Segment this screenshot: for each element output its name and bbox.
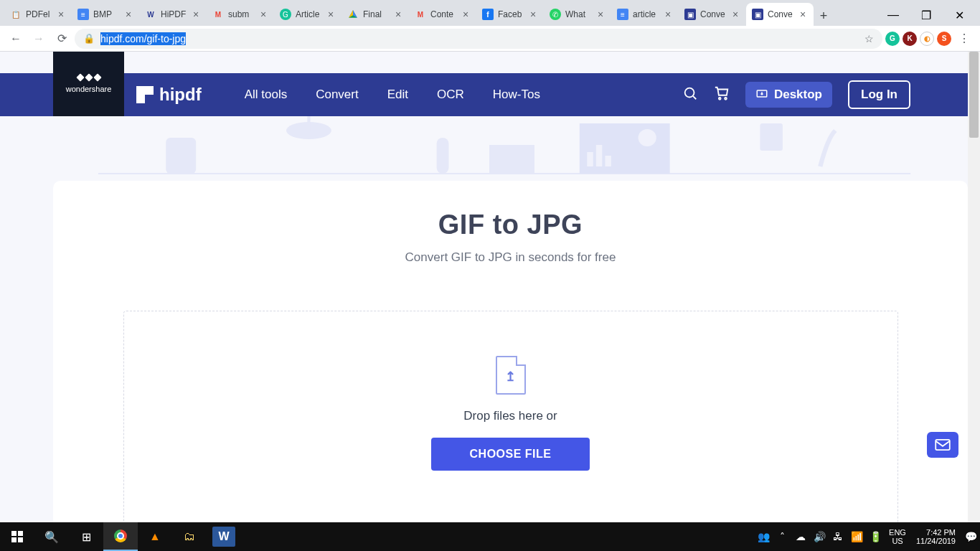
- extension-icon[interactable]: ◐: [920, 32, 934, 46]
- browser-tab-active[interactable]: ▣Conve×: [746, 3, 814, 26]
- language-indicator[interactable]: ENGUS: [885, 528, 910, 545]
- cart-icon[interactable]: [714, 85, 730, 105]
- close-icon[interactable]: ×: [393, 9, 403, 19]
- svg-rect-15: [760, 123, 782, 151]
- task-view-icon[interactable]: ⊞: [69, 522, 103, 551]
- chrome-menu-button[interactable]: ⋮: [954, 29, 974, 49]
- brand-text: hipdf: [159, 85, 202, 105]
- browser-tab[interactable]: Final×: [341, 3, 409, 26]
- taskbar-chrome-icon[interactable]: [103, 522, 138, 551]
- svg-rect-18: [18, 531, 23, 536]
- battery-icon[interactable]: 🔋: [866, 522, 885, 551]
- desktop-button[interactable]: Desktop: [745, 82, 832, 108]
- browser-tab[interactable]: fFaceb×: [476, 3, 544, 26]
- search-icon[interactable]: [682, 85, 698, 105]
- browser-tab[interactable]: ✆What×: [544, 3, 611, 26]
- upload-file-icon: ↥: [496, 356, 526, 395]
- close-icon[interactable]: ×: [258, 9, 268, 19]
- svg-rect-17: [11, 531, 17, 536]
- close-icon[interactable]: ×: [730, 9, 740, 19]
- file-dropzone[interactable]: ↥ Drop files here or CHOOSE FILE: [123, 311, 898, 522]
- drop-text: Drop files here or: [463, 409, 557, 423]
- taskbar-explorer-icon[interactable]: 🗂: [172, 522, 207, 551]
- nav-edit[interactable]: Edit: [387, 88, 408, 102]
- browser-tab[interactable]: MConte×: [409, 3, 476, 26]
- feedback-button[interactable]: [927, 432, 958, 458]
- close-icon[interactable]: ×: [123, 9, 133, 19]
- svg-point-0: [685, 88, 694, 97]
- tab-label: Conve: [768, 9, 793, 19]
- extension-grammarly-icon[interactable]: G: [885, 32, 900, 46]
- window-controls: — ❐ ✕: [877, 4, 976, 26]
- taskbar-search-icon[interactable]: 🔍: [34, 522, 69, 551]
- close-icon[interactable]: ×: [528, 9, 538, 19]
- vertical-scrollbar[interactable]: [968, 52, 980, 522]
- people-icon[interactable]: 👥: [754, 522, 773, 551]
- lock-icon: 🔒: [83, 33, 95, 44]
- choose-file-button[interactable]: CHOOSE FILE: [431, 438, 590, 471]
- brand-logo[interactable]: hipdf: [136, 85, 202, 105]
- wondershare-logo[interactable]: wondershare: [53, 52, 124, 116]
- hero-illustration: [53, 116, 956, 188]
- wifi-icon[interactable]: 📶: [847, 522, 866, 551]
- converter-card: GIF to JPG Convert GIF to JPG in seconds…: [53, 181, 968, 522]
- back-button[interactable]: ←: [6, 29, 26, 49]
- browser-tab[interactable]: 📋PDFel×: [4, 3, 72, 26]
- page-title: GIF to JPG: [96, 209, 925, 240]
- close-icon[interactable]: ×: [798, 9, 808, 19]
- start-button[interactable]: [0, 522, 34, 551]
- browser-tab[interactable]: Msubm×: [207, 3, 274, 26]
- maximize-button[interactable]: ❐: [910, 4, 943, 26]
- clock[interactable]: 7:42 PM11/24/2019: [910, 528, 961, 545]
- star-icon[interactable]: ☆: [864, 33, 874, 44]
- desktop-label: Desktop: [774, 88, 822, 102]
- minimize-button[interactable]: —: [877, 4, 910, 26]
- browser-tab[interactable]: ≡BMP×: [72, 3, 139, 26]
- close-icon[interactable]: ×: [191, 9, 201, 19]
- favicon-icon: ≡: [617, 9, 628, 20]
- volume-icon[interactable]: 🔊: [810, 522, 829, 551]
- close-icon[interactable]: ×: [326, 9, 336, 19]
- tray-chevron-icon[interactable]: ˄: [773, 522, 791, 551]
- tab-label: Article: [296, 9, 321, 19]
- network-icon[interactable]: 🖧: [829, 522, 847, 551]
- url-text: hipdf.com/gif-to-jpg: [100, 33, 186, 44]
- scrollbar-thumb[interactable]: [969, 52, 979, 138]
- taskbar-vlc-icon[interactable]: ▲: [138, 522, 172, 551]
- favicon-icon: ≡: [77, 9, 89, 20]
- windows-taskbar: 🔍 ⊞ ▲ 🗂 W 👥 ˄ ☁ 🔊 🖧 📶 🔋 ENGUS 7:42 PM11/…: [0, 522, 980, 551]
- close-icon[interactable]: ×: [595, 9, 606, 19]
- nav-ocr[interactable]: OCR: [437, 88, 464, 102]
- login-button[interactable]: Log In: [848, 80, 910, 109]
- taskbar-word-icon[interactable]: W: [212, 527, 235, 547]
- mail-icon: [935, 439, 951, 451]
- tab-label: Faceb: [498, 9, 524, 19]
- browser-tab[interactable]: ▣Conve×: [679, 3, 746, 26]
- reload-button[interactable]: ⟳: [52, 29, 72, 49]
- extension-icon[interactable]: K: [903, 32, 917, 46]
- favicon-icon: ▣: [752, 9, 763, 20]
- profile-avatar[interactable]: S: [937, 32, 951, 46]
- tab-label: BMP: [93, 9, 119, 19]
- onedrive-icon[interactable]: ☁: [791, 522, 810, 551]
- favicon-icon: [347, 9, 359, 20]
- favicon-icon: G: [280, 9, 291, 20]
- browser-tab[interactable]: ≡article×: [611, 3, 679, 26]
- nav-howtos[interactable]: How-Tos: [493, 88, 540, 102]
- nav-all-tools[interactable]: All tools: [245, 88, 288, 102]
- svg-rect-16: [936, 440, 950, 450]
- close-icon[interactable]: ×: [56, 9, 66, 19]
- close-window-button[interactable]: ✕: [943, 4, 976, 26]
- browser-tab[interactable]: WHiPDF×: [139, 3, 207, 26]
- close-icon[interactable]: ×: [663, 9, 673, 19]
- address-bar[interactable]: 🔒 hipdf.com/gif-to-jpg ☆: [75, 29, 882, 49]
- svg-line-1: [693, 96, 696, 99]
- tab-label: Conte: [430, 9, 456, 19]
- tab-label: What: [565, 9, 591, 19]
- nav-convert[interactable]: Convert: [316, 88, 359, 102]
- browser-tab[interactable]: GArticle×: [274, 3, 341, 26]
- action-center-icon[interactable]: 💬: [961, 522, 980, 551]
- new-tab-button[interactable]: +: [814, 6, 834, 26]
- forward-button[interactable]: →: [29, 29, 49, 49]
- close-icon[interactable]: ×: [461, 9, 471, 19]
